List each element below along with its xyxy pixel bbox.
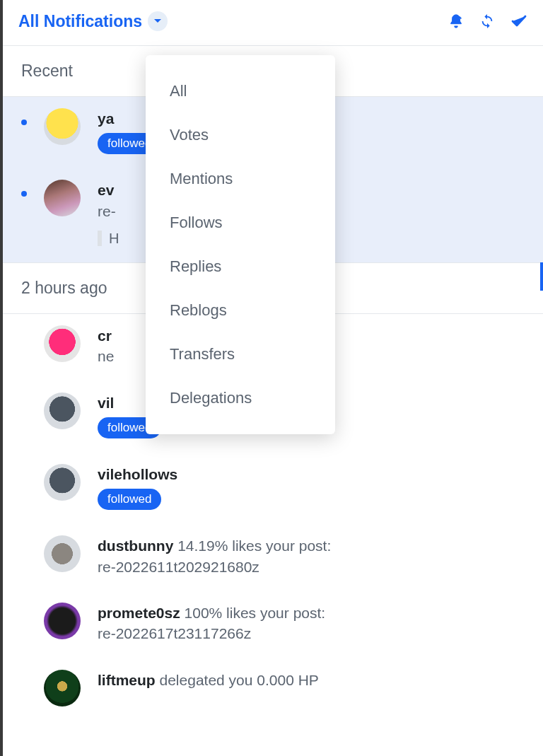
unread-dot-icon [21, 191, 27, 197]
notification-row[interactable]: promete0sz 100% likes your post: re-2022… [3, 591, 543, 658]
dropdown-option-transfers[interactable]: Transfers [146, 332, 335, 376]
quote-bar-icon [98, 231, 102, 246]
avatar[interactable] [44, 464, 81, 501]
caret-down-icon[interactable] [148, 11, 168, 31]
dropdown-option-mentions[interactable]: Mentions [146, 157, 335, 201]
avatar[interactable] [44, 392, 81, 429]
avatar[interactable] [44, 535, 81, 572]
bell-icon[interactable] [448, 13, 464, 29]
notifications-header: All Notifications [3, 0, 543, 45]
notification-text: 100% likes your post: [180, 605, 325, 621]
unread-dot-icon [21, 120, 27, 125]
dropdown-option-replies[interactable]: Replies [146, 245, 335, 289]
dropdown-option-reblogs[interactable]: Reblogs [146, 289, 335, 332]
notification-subtext: re-2022617t23117266z [98, 623, 525, 644]
username: vilehollows [98, 466, 177, 482]
username: cr [98, 327, 112, 344]
avatar[interactable] [44, 108, 81, 145]
notification-text: delegated you 0.000 HP [156, 672, 319, 688]
username: dustbunny [98, 537, 173, 554]
filter-label: All Notifications [18, 12, 142, 31]
dropdown-option-delegations[interactable]: Delegations [146, 376, 335, 420]
username: ev [98, 182, 114, 198]
username: ya [98, 110, 114, 127]
check-icon[interactable] [510, 14, 527, 28]
dropdown-option-follows[interactable]: Follows [146, 201, 335, 245]
filter-dropdown: All Votes Mentions Follows Replies Reblo… [146, 55, 335, 434]
dropdown-option-all[interactable]: All [146, 69, 335, 113]
followed-badge: followed [98, 489, 161, 510]
avatar[interactable] [44, 603, 81, 639]
username: liftmeup [98, 672, 156, 688]
refresh-icon[interactable] [479, 13, 495, 29]
username: vil [98, 395, 114, 411]
header-actions [448, 13, 527, 29]
username: promete0sz [98, 605, 180, 621]
avatar[interactable] [44, 180, 81, 216]
filter-trigger[interactable]: All Notifications [18, 11, 168, 31]
notification-text: 14.19% likes your post: [173, 537, 331, 554]
notification-row[interactable]: liftmeup delegated you 0.000 HP [3, 658, 543, 721]
notification-row[interactable]: dustbunny 14.19% likes your post: re-202… [3, 524, 543, 591]
avatar[interactable] [44, 325, 81, 362]
notification-subtext: re-2022611t202921680z [98, 557, 525, 577]
dropdown-option-votes[interactable]: Votes [146, 113, 335, 157]
notification-row[interactable]: vilehollows followed [3, 453, 543, 524]
avatar[interactable] [44, 670, 81, 706]
